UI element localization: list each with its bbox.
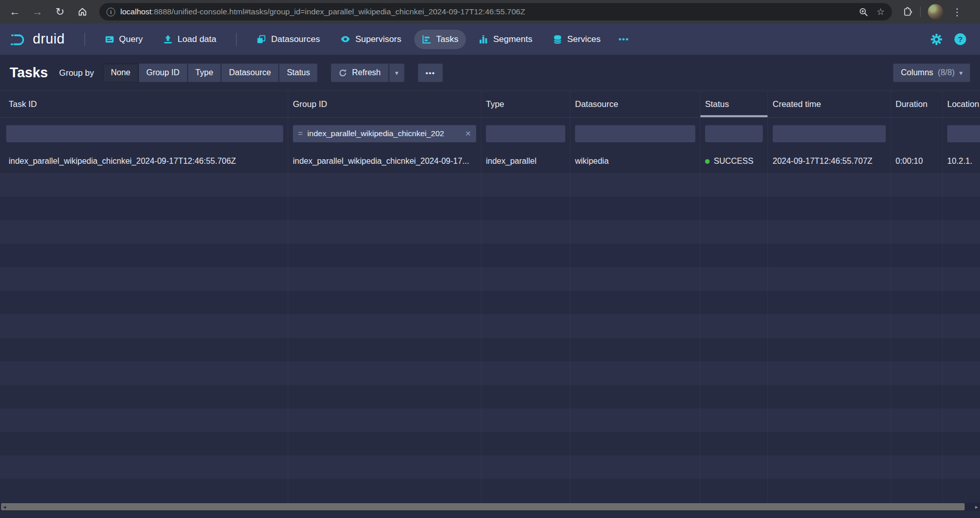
nav-item-datasources[interactable]: Datasources <box>249 30 327 49</box>
table-row[interactable]: index_parallel_wikipedia_chicnkei_2024-0… <box>0 149 980 173</box>
nav-label: Datasources <box>271 34 319 45</box>
nav-item-query[interactable]: Query <box>97 30 151 49</box>
group-by-datasource-button[interactable]: Datasource <box>221 63 279 82</box>
empty-cell <box>570 220 700 244</box>
empty-cell <box>0 291 288 314</box>
empty-cell <box>943 338 980 361</box>
columns-button[interactable]: Columns (8/8) ▾ <box>893 63 970 82</box>
empty-cell <box>768 432 891 456</box>
empty-cell <box>768 244 891 267</box>
empty-cell <box>891 361 943 385</box>
empty-cell <box>288 197 481 220</box>
home-icon[interactable] <box>73 2 92 21</box>
table-row-empty <box>0 173 980 197</box>
druid-logo-icon <box>10 31 28 48</box>
page-info-icon[interactable]: i <box>106 8 115 16</box>
filter-type-input[interactable] <box>486 125 565 142</box>
cell-task-id[interactable]: index_parallel_wikipedia_chicnkei_2024-0… <box>0 149 288 173</box>
tasks-table: Task ID Group ID Type Datasource Status … <box>0 91 980 503</box>
nav-item-load-data[interactable]: Load data <box>156 30 224 49</box>
cell-duration[interactable]: 0:00:10 <box>891 149 943 173</box>
browser-toolbar: ← → ↻ i localhost:8888/unified-console.h… <box>0 0 980 24</box>
empty-cell <box>570 267 700 291</box>
empty-cell <box>288 456 481 479</box>
empty-cell <box>943 432 980 456</box>
column-header-created-time[interactable]: Created time <box>768 91 891 117</box>
druid-brand[interactable]: druid <box>10 31 65 48</box>
table-row-empty <box>0 197 980 220</box>
nav-item-segments[interactable]: Segments <box>471 30 540 49</box>
nav-item-services[interactable]: Services <box>545 30 608 49</box>
empty-cell <box>700 432 768 456</box>
empty-cell <box>891 432 943 456</box>
chrome-actions: ⋮ <box>902 4 964 19</box>
empty-cell <box>288 244 481 267</box>
profile-avatar[interactable] <box>928 4 943 19</box>
nav-more-icon[interactable]: ••• <box>613 34 634 45</box>
column-header-status[interactable]: Status <box>700 91 768 117</box>
reload-icon[interactable]: ↻ <box>50 2 70 21</box>
nav-item-tasks[interactable]: Tasks <box>414 30 466 49</box>
empty-cell <box>481 244 570 267</box>
cell-status[interactable]: SUCCESS <box>700 149 768 173</box>
column-header-duration[interactable]: Duration <box>891 91 943 117</box>
extensions-icon[interactable] <box>902 7 913 17</box>
filter-task-id-input[interactable] <box>6 125 283 142</box>
column-header-location[interactable]: Location <box>943 91 980 117</box>
browser-menu-icon[interactable]: ⋮ <box>950 6 964 18</box>
empty-cell <box>570 432 700 456</box>
url-bar[interactable]: i localhost:8888/unified-console.html#ta… <box>99 3 892 20</box>
empty-cell <box>700 314 768 338</box>
scroll-right-icon[interactable]: ▸ <box>975 503 978 511</box>
nav-label: Services <box>567 34 601 45</box>
empty-cell <box>700 479 768 503</box>
url-text: localhost:8888/unified-console.html#task… <box>120 7 854 16</box>
filter-status-input[interactable] <box>705 125 763 142</box>
settings-gear-icon[interactable] <box>930 33 943 46</box>
services-database-icon <box>553 35 562 44</box>
column-header-task-id[interactable]: Task ID <box>0 91 288 117</box>
forward-icon[interactable]: → <box>28 2 47 21</box>
empty-cell <box>288 291 481 314</box>
zoom-icon[interactable] <box>859 7 868 17</box>
filter-location-input[interactable] <box>947 125 980 142</box>
empty-cell <box>943 197 980 220</box>
refresh-caret-button[interactable]: ▾ <box>389 63 405 82</box>
scroll-left-icon[interactable]: ◂ <box>3 503 6 511</box>
empty-cell <box>0 197 288 220</box>
table-row-empty <box>0 291 980 314</box>
cell-type[interactable]: index_parallel <box>481 149 570 173</box>
group-by-label: Group by <box>59 68 94 78</box>
cell-location[interactable]: 10.2.1. <box>943 149 980 173</box>
group-by-status-button[interactable]: Status <box>279 63 317 82</box>
filter-created-time-input[interactable] <box>773 125 886 142</box>
table-row-empty <box>0 361 980 385</box>
empty-cell <box>481 314 570 338</box>
column-header-datasource[interactable]: Datasource <box>570 91 700 117</box>
cell-datasource[interactable]: wikipedia <box>570 149 700 173</box>
refresh-button[interactable]: Refresh <box>331 63 388 82</box>
empty-cell <box>891 456 943 479</box>
filter-datasource-input[interactable] <box>575 125 695 142</box>
scrollbar-thumb[interactable] <box>1 503 965 510</box>
filter-group-id-chip[interactable]: = index_parallel_wikipedia_chicnkei_202 … <box>293 125 476 142</box>
table-row-empty <box>0 408 980 432</box>
nav-item-supervisors[interactable]: Supervisors <box>333 30 409 49</box>
cell-group-id[interactable]: index_parallel_wikipedia_chicnkei_2024-0… <box>288 149 481 173</box>
empty-cell <box>570 291 700 314</box>
bookmark-star-icon[interactable]: ☆ <box>877 6 885 17</box>
back-icon[interactable]: ← <box>5 2 25 21</box>
cell-created-time[interactable]: 2024-09-17T12:46:55.707Z <box>768 149 891 173</box>
column-header-type[interactable]: Type <box>481 91 570 117</box>
filter-clear-icon[interactable]: ✕ <box>465 130 471 138</box>
more-actions-button[interactable]: ••• <box>418 63 443 82</box>
druid-navbar: druid Query Load data Datasources Superv… <box>0 24 980 55</box>
horizontal-scrollbar[interactable]: ◂ ▸ <box>0 503 980 511</box>
empty-cell <box>891 408 943 432</box>
help-icon[interactable]: ? <box>954 33 967 46</box>
refresh-icon <box>338 69 347 77</box>
group-by-group-id-button[interactable]: Group ID <box>139 63 187 82</box>
group-by-none-button[interactable]: None <box>103 63 138 82</box>
column-header-group-id[interactable]: Group ID <box>288 91 481 117</box>
group-by-type-button[interactable]: Type <box>188 63 221 82</box>
